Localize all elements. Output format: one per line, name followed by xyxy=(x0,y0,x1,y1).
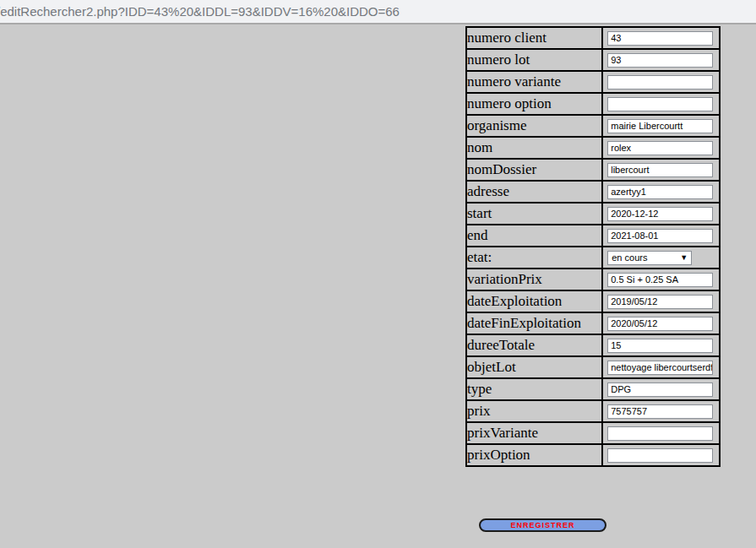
field-label-type: type xyxy=(466,378,602,400)
field-label-nom-dossier: nomDossier xyxy=(466,159,602,181)
date-exploitation-input[interactable] xyxy=(607,295,713,309)
adresse-input[interactable] xyxy=(607,185,713,199)
field-label-start: start xyxy=(466,203,602,225)
field-label-organisme: organisme xyxy=(466,115,602,137)
prix-input[interactable] xyxy=(607,404,713,419)
start-input[interactable] xyxy=(607,207,713,221)
objet-lot-input[interactable] xyxy=(607,361,713,375)
table-row: etat: en cours ▼ xyxy=(466,247,720,269)
etat-select[interactable]: en cours ▼ xyxy=(607,251,692,265)
field-label-duree-totale: dureeTotale xyxy=(466,334,602,356)
field-label-numero-variante: numero variante xyxy=(466,71,602,93)
field-label-numero-option: numero option xyxy=(466,93,602,115)
prix-variante-input[interactable] xyxy=(607,426,713,441)
field-label-date-exploitation: dateExploitation xyxy=(466,290,602,312)
date-fin-exploitation-input[interactable] xyxy=(607,317,713,331)
organisme-input[interactable] xyxy=(607,119,713,133)
numero-variante-input[interactable] xyxy=(607,75,713,90)
numero-client-input[interactable] xyxy=(607,31,713,46)
table-row: numero option xyxy=(466,93,720,115)
table-row: organisme xyxy=(466,115,720,137)
edit-form-table: numero client numero lot numero variante… xyxy=(465,26,721,467)
url-bar[interactable]: /editRechercher2.php?IDD=43%20&IDDL=93&I… xyxy=(0,0,756,24)
nom-input[interactable] xyxy=(607,141,713,155)
table-row: nomDossier xyxy=(466,159,720,181)
enregistrer-button[interactable]: ENREGISTRER xyxy=(479,518,606,532)
field-label-prix-option: prixOption xyxy=(466,444,602,466)
table-row: dateFinExploitation xyxy=(466,312,720,334)
chevron-down-icon: ▼ xyxy=(680,253,688,262)
table-row: numero client xyxy=(466,27,720,49)
url-text: /editRechercher2.php?IDD=43%20&IDDL=93&I… xyxy=(0,0,400,19)
table-row: end xyxy=(466,225,720,247)
field-label-adresse: adresse xyxy=(466,181,602,203)
duree-totale-input[interactable] xyxy=(607,339,713,353)
table-row: numero lot xyxy=(466,49,720,71)
prix-option-input[interactable] xyxy=(607,448,713,463)
table-row: dateExploitation xyxy=(466,290,720,312)
end-input[interactable] xyxy=(607,229,713,243)
numero-option-input[interactable] xyxy=(607,97,713,111)
table-row: objetLot xyxy=(466,356,720,378)
etat-selected-value: en cours xyxy=(612,252,647,263)
table-row: prixVariante xyxy=(466,422,720,444)
field-label-date-fin-exploitation: dateFinExploitation xyxy=(466,312,602,334)
type-input[interactable] xyxy=(607,383,713,397)
table-row: adresse xyxy=(466,181,720,203)
table-row: type xyxy=(466,378,720,400)
field-label-prix-variante: prixVariante xyxy=(466,422,602,444)
field-label-objet-lot: objetLot xyxy=(466,356,602,378)
field-label-prix: prix xyxy=(466,400,602,422)
field-label-etat: etat: xyxy=(466,247,602,269)
table-row: start xyxy=(466,203,720,225)
table-row: prixOption xyxy=(466,444,720,466)
field-label-nom: nom xyxy=(466,137,602,159)
variation-prix-input[interactable] xyxy=(607,273,713,287)
field-label-end: end xyxy=(466,225,602,247)
table-row: numero variante xyxy=(466,71,720,93)
field-label-variation-prix: variationPrix xyxy=(466,269,602,290)
table-row: nom xyxy=(466,137,720,159)
table-row: dureeTotale xyxy=(466,334,720,356)
table-row: prix xyxy=(466,400,720,422)
table-row: variationPrix xyxy=(466,269,720,290)
field-label-numero-lot: numero lot xyxy=(466,49,602,71)
numero-lot-input[interactable] xyxy=(607,53,713,68)
field-label-numero-client: numero client xyxy=(466,27,602,49)
nom-dossier-input[interactable] xyxy=(607,163,713,177)
